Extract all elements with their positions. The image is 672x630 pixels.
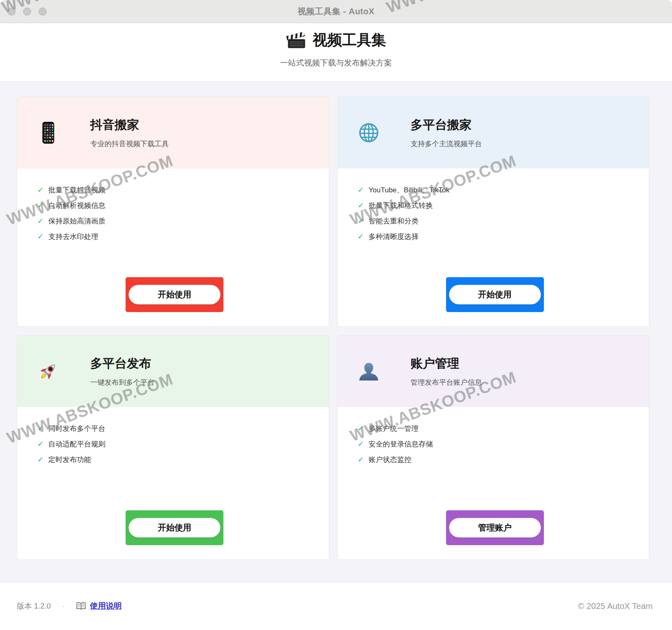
check-icon: ✓ xyxy=(358,232,364,241)
check-icon: ✓ xyxy=(37,185,44,194)
card-subtitle: 一键发布到多个平台 xyxy=(90,378,155,387)
rocket-icon xyxy=(36,360,61,383)
page-subtitle: 一站式视频下载与发布解决方案 xyxy=(0,58,672,68)
dot-separator: · xyxy=(62,602,65,611)
card-header-text: 抖音搬家 专业的抖音视频下载工具 xyxy=(90,117,169,149)
check-icon: ✓ xyxy=(358,216,364,226)
start-publish-button[interactable]: 开始使用 xyxy=(126,510,223,545)
card-header: 账户管理 管理发布平台账户信息 xyxy=(338,336,649,407)
feature-text: 多账户统一管理 xyxy=(369,424,419,433)
card-header-text: 账户管理 管理发布平台账户信息 xyxy=(411,355,482,387)
smartphone-icon xyxy=(36,122,61,144)
page-footer: 版本 1.2.0 · 使用说明 © 2025 AutoX Team xyxy=(0,582,672,630)
card-header-text: 多平台搬家 支持多个主流视频平台 xyxy=(411,117,482,149)
feature-list: ✓同时发布多个平台 ✓自动适配平台规则 ✓定时发布功能 xyxy=(37,424,312,470)
feature-item: ✓智能去重和分类 xyxy=(358,216,633,226)
feature-item: ✓安全的登录信息存储 xyxy=(358,439,633,449)
check-icon: ✓ xyxy=(37,201,44,210)
feature-text: 安全的登录信息存储 xyxy=(369,439,433,449)
window-title: 视频工具集 - AutoX xyxy=(297,6,374,17)
feature-text: 定时发布功能 xyxy=(48,455,91,465)
button-label: 开始使用 xyxy=(129,518,220,538)
feature-item: ✓自动适配平台规则 xyxy=(37,439,312,449)
card-body: ✓批量下载抖音视频 ✓自动解析视频信息 ✓保持原始高清画质 ✓支持去水印处理 开… xyxy=(17,168,329,326)
app-header: 视频工具集 一站式视频下载与发布解决方案 xyxy=(0,23,672,81)
card-subtitle: 支持多个主流视频平台 xyxy=(411,139,482,149)
feature-item: ✓保持原始高清画质 xyxy=(37,216,312,226)
button-label: 开始使用 xyxy=(449,285,541,304)
feature-text: 支持去水印处理 xyxy=(48,232,98,242)
close-button[interactable] xyxy=(8,8,16,16)
check-icon: ✓ xyxy=(37,439,44,449)
card-header: 多平台发布 一键发布到多个平台 xyxy=(17,336,329,407)
card-multiplatform-mover: 多平台搬家 支持多个主流视频平台 ✓YouTube、Bilibili、TikTo… xyxy=(337,97,650,327)
feature-item: ✓账户状态监控 xyxy=(358,455,633,465)
feature-text: 保持原始高清画质 xyxy=(48,216,105,226)
zoom-button[interactable] xyxy=(39,8,47,16)
globe-icon xyxy=(356,121,381,144)
feature-text: 批量下载抖音视频 xyxy=(48,185,105,195)
clapperboard-icon xyxy=(286,32,307,49)
window-titlebar: 视频工具集 - AutoX xyxy=(0,0,672,23)
feature-list: ✓多账户统一管理 ✓安全的登录信息存储 ✓账户状态监控 xyxy=(358,424,633,470)
feature-text: 自动适配平台规则 xyxy=(48,439,105,449)
help-link[interactable]: 使用说明 xyxy=(76,601,122,612)
feature-text: YouTube、Bilibili、TikTok xyxy=(369,185,450,195)
card-header-text: 多平台发布 一键发布到多个平台 xyxy=(90,355,155,387)
button-label: 开始使用 xyxy=(129,285,220,304)
card-multiplatform-publish: 多平台发布 一键发布到多个平台 ✓同时发布多个平台 ✓自动适配平台规则 ✓定时发… xyxy=(17,335,329,560)
card-title: 抖音搬家 xyxy=(90,117,169,134)
feature-text: 智能去重和分类 xyxy=(369,216,419,226)
start-douyin-button[interactable]: 开始使用 xyxy=(126,277,223,312)
feature-list: ✓YouTube、Bilibili、TikTok ✓批量下载和格式转换 ✓智能去… xyxy=(358,185,633,247)
feature-item: ✓批量下载抖音视频 xyxy=(37,185,312,195)
start-multiplatform-button[interactable]: 开始使用 xyxy=(446,277,544,312)
check-icon: ✓ xyxy=(358,185,364,194)
check-icon: ✓ xyxy=(37,424,44,433)
button-label: 管理账户 xyxy=(449,518,541,538)
feature-text: 批量下载和格式转换 xyxy=(369,201,433,210)
card-header: 抖音搬家 专业的抖音视频下载工具 xyxy=(17,97,329,168)
card-title: 多平台发布 xyxy=(90,355,155,372)
feature-text: 自动解析视频信息 xyxy=(48,201,105,210)
feature-item: ✓定时发布功能 xyxy=(37,455,312,465)
manage-accounts-button[interactable]: 管理账户 xyxy=(446,510,544,545)
feature-item: ✓同时发布多个平台 xyxy=(37,424,312,433)
check-icon: ✓ xyxy=(358,201,364,210)
page-title-row: 视频工具集 xyxy=(0,30,672,50)
check-icon: ✓ xyxy=(358,455,364,464)
feature-item: ✓YouTube、Bilibili、TikTok xyxy=(358,185,633,195)
card-body: ✓多账户统一管理 ✓安全的登录信息存储 ✓账户状态监控 管理账户 xyxy=(338,407,649,559)
feature-item: ✓自动解析视频信息 xyxy=(37,201,312,210)
check-icon: ✓ xyxy=(358,439,364,449)
feature-item: ✓多种清晰度选择 xyxy=(358,232,633,242)
card-title: 账户管理 xyxy=(411,355,482,372)
card-title: 多平台搬家 xyxy=(411,117,482,134)
check-icon: ✓ xyxy=(37,455,44,464)
card-subtitle: 管理发布平台账户信息 xyxy=(411,378,482,387)
card-subtitle: 专业的抖音视频下载工具 xyxy=(90,139,169,149)
check-icon: ✓ xyxy=(358,424,364,433)
card-body: ✓同时发布多个平台 ✓自动适配平台规则 ✓定时发布功能 开始使用 xyxy=(17,407,329,559)
person-icon xyxy=(356,360,381,382)
page-title: 视频工具集 xyxy=(313,30,386,50)
minimize-button[interactable] xyxy=(23,8,31,16)
card-account-management: 账户管理 管理发布平台账户信息 ✓多账户统一管理 ✓安全的登录信息存储 ✓账户状… xyxy=(337,335,650,560)
feature-text: 多种清晰度选择 xyxy=(369,232,419,242)
check-icon: ✓ xyxy=(37,216,44,226)
main-content: 抖音搬家 专业的抖音视频下载工具 ✓批量下载抖音视频 ✓自动解析视频信息 ✓保持… xyxy=(0,81,672,582)
help-link-text: 使用说明 xyxy=(90,601,122,612)
card-body: ✓YouTube、Bilibili、TikTok ✓批量下载和格式转换 ✓智能去… xyxy=(338,168,649,326)
feature-list: ✓批量下载抖音视频 ✓自动解析视频信息 ✓保持原始高清画质 ✓支持去水印处理 xyxy=(37,185,312,247)
traffic-lights xyxy=(8,0,47,23)
feature-item: ✓批量下载和格式转换 xyxy=(358,201,633,210)
footer-left: 版本 1.2.0 · 使用说明 xyxy=(17,601,122,612)
copyright-text: © 2025 AutoX Team xyxy=(578,601,653,611)
feature-item: ✓支持去水印处理 xyxy=(37,232,312,242)
feature-item: ✓多账户统一管理 xyxy=(358,424,633,433)
card-douyin-mover: 抖音搬家 专业的抖音视频下载工具 ✓批量下载抖音视频 ✓自动解析视频信息 ✓保持… xyxy=(17,97,329,327)
version-label: 版本 1.2.0 xyxy=(17,601,51,611)
check-icon: ✓ xyxy=(37,232,44,241)
open-book-icon xyxy=(76,602,86,610)
feature-text: 同时发布多个平台 xyxy=(48,424,105,433)
